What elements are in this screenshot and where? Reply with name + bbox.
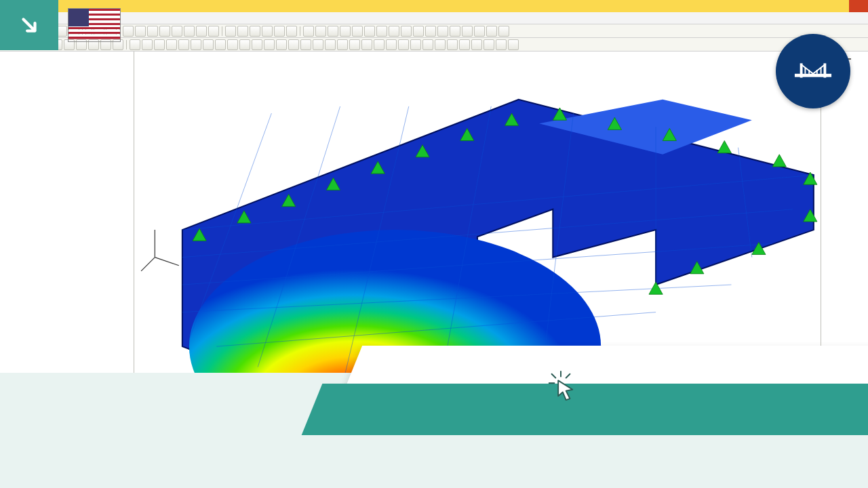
toolbar-button[interactable]	[130, 39, 140, 50]
toolbar-button[interactable]	[252, 39, 262, 50]
zoom-icon[interactable]: 🔍	[853, 473, 865, 485]
svg-line-22	[155, 258, 178, 266]
toolbar-button[interactable]	[364, 26, 375, 37]
toolbar-button[interactable]	[184, 26, 195, 37]
toolbar-button[interactable]	[276, 39, 287, 50]
toolbar-button[interactable]	[486, 26, 497, 37]
navigator-panel[interactable]	[0, 52, 134, 488]
toolbar-button[interactable]	[337, 39, 348, 50]
arrow-down-right-icon	[18, 14, 41, 37]
toolbar-button[interactable]	[250, 26, 260, 37]
color-legend-panel: 🔍	[821, 52, 868, 488]
toolbar-button[interactable]	[239, 39, 250, 50]
toolbar-button[interactable]	[325, 39, 336, 50]
toolbar-button[interactable]	[471, 39, 482, 50]
toolbar-button[interactable]	[264, 39, 275, 50]
toolbar-button[interactable]	[349, 39, 360, 50]
toolbar-button[interactable]	[225, 26, 236, 37]
toolbar-separator	[300, 26, 300, 36]
toolbar-button[interactable]	[435, 39, 446, 50]
rfem-window: 🔍	[0, 0, 868, 488]
toolbar-button[interactable]	[352, 26, 363, 37]
toolbar-button[interactable]	[474, 26, 485, 37]
svg-marker-14	[717, 141, 731, 153]
toolbar-button[interactable]	[274, 26, 285, 37]
title-bar	[0, 0, 868, 12]
toolbar-button[interactable]	[361, 39, 372, 50]
toolbar-button[interactable]	[313, 39, 323, 50]
toolbar-button[interactable]	[437, 26, 448, 37]
toolbar-button[interactable]	[410, 39, 421, 50]
svg-line-23	[141, 258, 155, 271]
toolbar-button[interactable]	[142, 39, 153, 50]
toolbar-button[interactable]	[374, 39, 384, 50]
toolbar-button[interactable]	[496, 39, 507, 50]
toolbar-separator	[126, 40, 127, 49]
toolbar-button[interactable]	[203, 39, 214, 50]
toolbar-button[interactable]	[484, 39, 494, 50]
toolbar-button[interactable]	[135, 26, 146, 37]
toolbar-button[interactable]	[191, 39, 201, 50]
toolbar-button[interactable]	[459, 39, 470, 50]
toolbar-button[interactable]	[159, 26, 170, 37]
toolbar-button[interactable]	[196, 26, 207, 37]
corner-badge	[0, 0, 58, 50]
toolbar-button[interactable]	[498, 26, 509, 37]
toolbar-button[interactable]	[376, 26, 387, 37]
toolbar-button[interactable]	[215, 39, 226, 50]
toolbar-button[interactable]	[300, 39, 311, 50]
toolbar-button[interactable]	[398, 39, 409, 50]
toolbar-button[interactable]	[413, 26, 424, 37]
toolbar-button[interactable]	[227, 39, 238, 50]
window-maximize-button[interactable]	[830, 0, 849, 12]
toolbar-button[interactable]	[508, 39, 519, 50]
menu-bar	[0, 12, 868, 24]
toolbar-button[interactable]	[237, 26, 248, 37]
toolbar-button[interactable]	[450, 26, 460, 37]
deformation-plot	[134, 52, 821, 488]
toolbar-button[interactable]	[286, 26, 297, 37]
window-minimize-button[interactable]	[811, 0, 830, 12]
toolbar-button[interactable]	[425, 26, 436, 37]
toolbar-button[interactable]	[422, 39, 433, 50]
toolbar-button[interactable]	[315, 26, 326, 37]
toolbar-button[interactable]	[288, 39, 299, 50]
toolbar-button[interactable]	[303, 26, 314, 37]
dlubal-logo	[776, 34, 850, 108]
toolbar-row-2	[0, 38, 868, 52]
toolbar-button[interactable]	[147, 26, 158, 37]
svg-marker-15	[772, 155, 786, 167]
toolbar-row-1	[0, 24, 868, 38]
toolbar-button[interactable]	[178, 39, 189, 50]
toolbar-button[interactable]	[447, 39, 458, 50]
toolbar-separator	[222, 26, 222, 36]
toolbar-button[interactable]	[166, 39, 177, 50]
toolbar-button[interactable]	[328, 26, 338, 37]
toolbar-button[interactable]	[340, 26, 351, 37]
toolbar-button[interactable]	[401, 26, 412, 37]
us-flag-icon	[68, 8, 121, 42]
toolbar-button[interactable]	[154, 39, 165, 50]
model-viewport[interactable]	[134, 52, 821, 488]
toolbar-button[interactable]	[172, 26, 182, 37]
svg-point-2	[189, 230, 601, 463]
toolbar-button[interactable]	[208, 26, 219, 37]
toolbar-button[interactable]	[389, 26, 399, 37]
toolbar-button[interactable]	[262, 26, 273, 37]
toolbar-button[interactable]	[386, 39, 397, 50]
window-close-button[interactable]	[849, 0, 868, 12]
toolbar-button[interactable]	[123, 26, 134, 37]
bridge-icon	[793, 59, 833, 82]
toolbar-button[interactable]	[462, 26, 473, 37]
